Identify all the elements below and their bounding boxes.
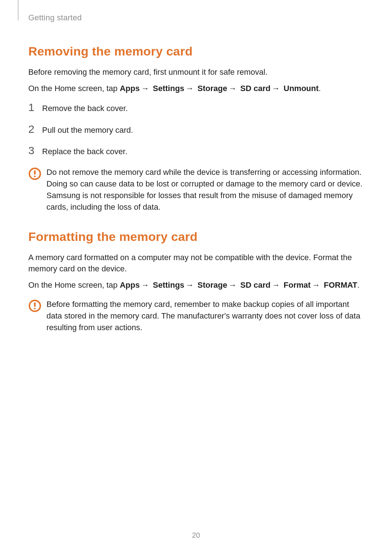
arrow-icon: → [184, 280, 195, 290]
svg-rect-5 [34, 308, 36, 309]
intro-removing: Before removing the memory card, first u… [28, 66, 364, 78]
arrow-icon: → [270, 84, 281, 93]
nav-item: FORMAT [324, 280, 357, 290]
arrow-icon: → [311, 280, 322, 290]
nav-item: Format [283, 280, 311, 290]
step-number: 3 [28, 145, 42, 156]
svg-rect-2 [34, 176, 36, 177]
arrow-icon: → [227, 84, 238, 93]
arrow-icon: → [270, 280, 281, 290]
nav-suffix: . [319, 84, 321, 93]
arrow-icon: → [140, 84, 151, 93]
caution-icon [28, 167, 46, 180]
nav-item: Storage [197, 280, 227, 290]
nav-suffix: . [357, 280, 359, 290]
step-item: 3 Replace the back cover. [28, 145, 364, 157]
nav-item: SD card [240, 84, 270, 93]
warning-callout-formatting: Before formatting the memory card, remem… [28, 299, 364, 333]
step-number: 1 [28, 102, 42, 113]
step-text: Remove the back cover. [42, 103, 128, 114]
nav-item: Settings [153, 280, 184, 290]
caution-icon [28, 299, 46, 312]
running-header: Getting started [28, 13, 364, 22]
nav-prefix: On the Home screen, tap [28, 280, 120, 290]
step-item: 2 Pull out the memory card. [28, 124, 364, 136]
warning-text: Before formatting the memory card, remem… [46, 299, 364, 333]
steps-list-removing: 1 Remove the back cover. 2 Pull out the … [28, 102, 364, 157]
nav-item: SD card [240, 280, 270, 290]
step-text: Replace the back cover. [42, 146, 127, 157]
heading-formatting: Formatting the memory card [28, 230, 364, 244]
svg-rect-4 [34, 303, 36, 307]
nav-prefix: On the Home screen, tap [28, 84, 120, 93]
step-number: 2 [28, 124, 42, 135]
page-container: Getting started Removing the memory card… [0, 0, 392, 554]
arrow-icon: → [227, 280, 238, 290]
intro-formatting: A memory card formatted on a computer ma… [28, 252, 364, 274]
svg-rect-1 [34, 171, 36, 175]
nav-item: Unmount [283, 84, 319, 93]
nav-path-removing: On the Home screen, tap Apps→ Settings→ … [28, 83, 364, 94]
step-item: 1 Remove the back cover. [28, 102, 364, 114]
section-formatting: Formatting the memory card A memory card… [28, 230, 364, 333]
nav-item: Apps [120, 84, 140, 93]
arrow-icon: → [184, 84, 195, 93]
warning-text: Do not remove the memory card while the … [46, 167, 364, 213]
heading-removing: Removing the memory card [28, 44, 364, 58]
nav-path-formatting: On the Home screen, tap Apps→ Settings→ … [28, 279, 364, 291]
step-text: Pull out the memory card. [42, 124, 133, 136]
arrow-icon: → [140, 280, 151, 290]
crop-mark [18, 0, 19, 20]
nav-item: Storage [197, 84, 227, 93]
warning-callout-removing: Do not remove the memory card while the … [28, 167, 364, 213]
page-number: 20 [0, 531, 392, 539]
nav-item: Apps [120, 280, 140, 290]
nav-item: Settings [153, 84, 184, 93]
